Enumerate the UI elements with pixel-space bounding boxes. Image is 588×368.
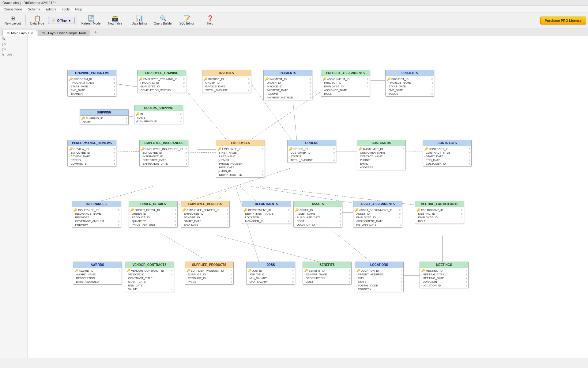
field-row: 🔗SHIPPING_ID# <box>134 120 183 123</box>
field-row: ·EMPLOYEE_ID# <box>353 216 402 219</box>
table-customers[interactable]: CUSTOMERS🔑CUSTOMER_ID#·CUSTOMER_NAMEt·CO… <box>357 140 406 170</box>
new-layout-button[interactable]: ⊞ New Layout <box>2 14 24 27</box>
table-employee_training[interactable]: EMPLOYEE_TRAINING🔑EMPLOYEE_TRAINING_ID#·… <box>137 70 186 93</box>
refresh-model-button[interactable]: 🔄 Refresh Model <box>79 14 104 27</box>
field-name: ASSIGNED_DATE <box>324 89 366 92</box>
table-departments[interactable]: DEPARTMENTS🔑DEPARTMENT_ID#·DEPARTMENT_NA… <box>242 201 291 224</box>
field-row: ·ROLEt <box>321 92 370 96</box>
field-name: DESCRIPTION <box>76 277 118 280</box>
offline-button[interactable]: ⚡ Offline ▼ <box>48 17 74 24</box>
field-dot: · <box>186 273 187 276</box>
table-supplier_products[interactable]: SUPPLIER_PRODUCTS🔑SUPPLIER_PRODUCT_ID#·S… <box>185 262 234 285</box>
table-header-employees: EMPLOYEES <box>216 140 265 146</box>
table-contracts[interactable]: CONTRACTS🔑CONTRACT_ID#·CONTRACT_TITLEt·S… <box>423 140 472 167</box>
new-table-button[interactable]: 🗃️ New Table <box>105 14 125 27</box>
field-row: ·EMPLOYEE_ID# <box>181 212 229 216</box>
field-row: 🔑EMPLOYEE_BENEFIT_ID# <box>181 208 229 212</box>
field-dot: · <box>417 220 417 223</box>
field-name: PHONE <box>360 159 402 162</box>
table-employee_benefits[interactable]: EMPLOYEE_BENEFITS🔑EMPLOYEE_BENEFIT_ID#·E… <box>181 201 230 228</box>
query-builder-button[interactable]: 🔍 Query Builder <box>151 14 175 27</box>
field-row: ·ORDER_ID# <box>129 212 177 216</box>
tab-sample-tools-icon: 🗂 <box>42 31 45 35</box>
field-row: ·CONTRACT_TITLEt <box>423 151 471 155</box>
field-row: ·COST# <box>294 219 342 223</box>
table-payments[interactable]: PAYMENTS🔑PAYMENT_ID#·ORDER_ID#·INVOICE_I… <box>263 70 312 100</box>
tabs-bar: 🗂 Main Layout ✕ 🗂 ~Layout with Sample To… <box>0 28 588 36</box>
field-name: ASSET_ASSIGNMENT_ID <box>359 209 398 212</box>
tab-main-layout[interactable]: 🗂 Main Layout ✕ <box>2 30 37 36</box>
field-row: ·PURCHASE_DATEt <box>294 216 342 219</box>
field-dot: · <box>265 81 266 84</box>
table-performance_reviews[interactable]: PERFORMANCE_REVIEWS🔑REVIEW_ID#·EMPLOYEE_… <box>67 140 116 167</box>
field-name: TOTAL_AMOUNT <box>291 159 332 162</box>
field-row: ·TOTAL_AMOUNT# <box>288 158 336 162</box>
field-row: 🔑ID# <box>134 112 183 116</box>
table-meeting_participants[interactable]: MEETING_PARTICIPANTS🔑PARTICIPANT_ID#·MEE… <box>415 201 464 224</box>
field-name: MEETING_ID <box>418 212 460 215</box>
field-row: ·MEETING_TITLEt <box>420 273 468 276</box>
field-type: # <box>126 117 127 120</box>
field-row: ·AWARD_NAMEt <box>73 273 122 276</box>
table-asset_assignments[interactable]: ASSET_ASSIGNMENTS🔑ASSET_ASSIGNMENT_ID#·A… <box>353 201 402 228</box>
field-type: t <box>432 89 433 92</box>
table-locations[interactable]: LOCATIONS🔑LOCATION_ID#·STREET_ADDRESSt·C… <box>355 262 404 292</box>
sidebar-item-2[interactable]: (0) <box>0 41 27 47</box>
field-name: CUSTOMER_ID <box>426 162 467 165</box>
table-orders_shipping[interactable]: ORDERS_SHIPPING🔑ID#·NAMEt🔗SHIPPING_ID# <box>134 105 183 124</box>
field-row: 🔑DEPARTMENT_ID# <box>242 208 291 212</box>
primary-key-icon: 🔑 <box>141 147 145 151</box>
table-body-orders: 🔑ORDER_ID#·CUSTOMER_ID#·STATUSt·TOTAL_AM… <box>288 146 336 163</box>
field-name: PROJECT_ID <box>391 78 430 81</box>
field-name: CONTRACT_ID <box>429 148 467 151</box>
table-orders[interactable]: ORDERS🔑ORDER_ID#·CUSTOMER_ID#·STATUSt·TO… <box>287 140 336 163</box>
data-type-button[interactable]: 📋 Data Type <box>28 14 47 27</box>
table-invoices[interactable]: INVOICES🔑INVOICE_ID#·ORDER_ID#·INVOICE_D… <box>202 70 251 93</box>
search-icon: 🔍 <box>2 37 6 40</box>
field-name: ASSET_ID <box>300 209 338 212</box>
menu-help[interactable]: Help <box>73 6 85 12</box>
menu-tools[interactable]: Tools <box>59 6 72 12</box>
field-name: PHONE_NUMBER <box>219 162 261 165</box>
data-editor-button[interactable]: 📊 Data Editor <box>129 14 150 27</box>
table-benefits[interactable]: BENEFITS🔑BENEFIT_ID#·BENEFIT_NAMEt·DESCR… <box>303 262 352 285</box>
tab-add-button[interactable]: ＋ <box>91 29 100 36</box>
sidebar-item-3[interactable]: (0) <box>0 47 27 52</box>
table-vendor_contracts[interactable]: VENDOR_CONTRACTS🔑VENDOR_CONTRACT_ID#·VEN… <box>125 262 174 292</box>
sidebar-item-1[interactable]: 🔍 <box>0 36 27 41</box>
menu-editors[interactable]: Editors <box>43 6 59 12</box>
field-name: PRICE_PER_UNIT <box>132 223 173 226</box>
help-button[interactable]: ❓ Help <box>201 14 219 27</box>
tab-main-layout-close[interactable]: ✕ <box>31 32 33 35</box>
table-projects[interactable]: PROJECTS🔑PROJECT_ID#·PROJECT_NAMEt·START… <box>385 70 434 97</box>
field-name: LAST_NAME <box>219 155 261 158</box>
field-name: RETURN_DATE <box>356 223 398 226</box>
table-project_assignments[interactable]: PROJECT_ASSIGNMENTS🔑ASSIGNMENT_ID#·PROJE… <box>321 70 370 97</box>
sql-editor-button[interactable]: 📝 SQL Editor <box>176 14 197 27</box>
field-name: EXPIRATION_DATE <box>143 162 185 165</box>
table-training_programs[interactable]: TRAINING_PROGRAMS🔑PROGRAM_ID#·PROGRAM_NA… <box>67 70 116 97</box>
field-name: START_DATE <box>389 85 431 88</box>
field-type: t <box>404 159 404 162</box>
tab-sample-tools[interactable]: 🗂 ~Layout with Sample Tools <box>38 30 90 36</box>
field-dot: · <box>217 162 218 165</box>
menu-schema[interactable]: Schema <box>25 6 43 12</box>
field-row: ·ASSET_NAMEt <box>294 212 342 216</box>
table-meetings[interactable]: MEETINGS🔑MEETING_ID#·MEETING_TITLEt·MEET… <box>420 262 469 288</box>
sidebar-item-tools[interactable]: le Tools <box>0 52 27 57</box>
table-assets[interactable]: ASSETS🔑ASSET_ID#·ASSET_NAMEt·PURCHASE_DA… <box>293 201 342 228</box>
table-shipping[interactable]: SHIPPING🔑SHIPPING_ID#·NAMEt <box>80 109 129 125</box>
table-employees[interactable]: EMPLOYEES🔑EMPLOYEE_ID#·FIRST_NAMEt·LAST_… <box>216 140 265 178</box>
field-row: ·PROGRAM_NAMEt <box>68 81 116 85</box>
table-insurances[interactable]: INSURANCES🔑INSURANCE_ID#·INSURANCE_NAMEt… <box>72 201 121 228</box>
table-employee_insurances[interactable]: EMPLOYEE_INSURANCES🔑EMPLOYEE_INSURANCE_I… <box>139 140 188 167</box>
field-dot: · <box>424 151 425 154</box>
field-type: # <box>334 148 335 150</box>
purchase-pro-button[interactable]: Purchase PRO License <box>540 17 586 25</box>
menu-connections[interactable]: Connections <box>1 6 25 12</box>
table-jobs[interactable]: JOBS🔑JOB_ID#·JOB_TITLEt·MIN_SALARY#·MAX_… <box>246 262 295 285</box>
field-name: MEETING_TITLE <box>423 273 465 276</box>
table-awards[interactable]: AWARDS🔑AWARD_ID#·AWARD_NAMEt·DESCRIPTION… <box>73 262 122 285</box>
table-order_details[interactable]: ORDER_DETAILS🔑ORDER_DETAIL_ID#·ORDER_ID#… <box>129 201 178 228</box>
field-type: # <box>310 78 311 80</box>
